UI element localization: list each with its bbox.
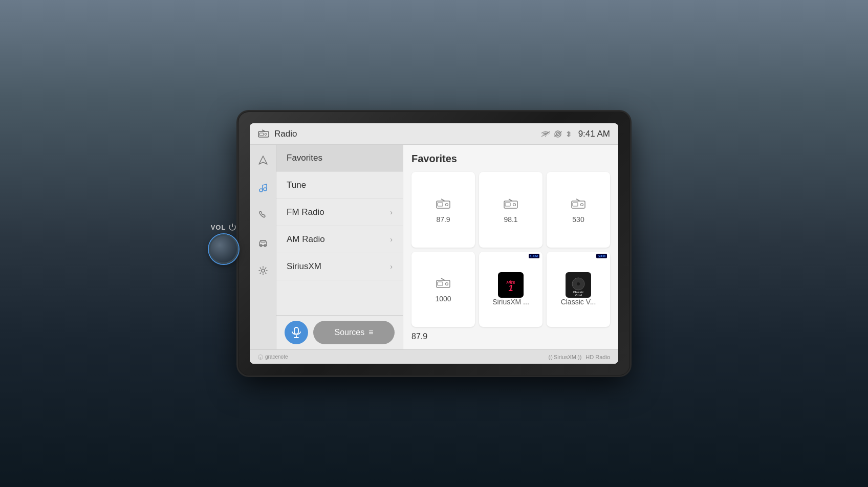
gracenote-icon: g (258, 355, 263, 360)
favorite-tile-530[interactable]: 530 (547, 172, 610, 248)
mic-button[interactable] (285, 321, 308, 344)
sidebar-item-phone[interactable] (254, 206, 272, 225)
svg-point-40 (577, 282, 580, 285)
svg-point-25 (513, 203, 516, 206)
classic-vinyl-logo: Classic Vinyl (566, 272, 591, 298)
menu-item-favorites[interactable]: Favorites (276, 145, 403, 172)
svg-rect-14 (261, 241, 265, 242)
bluetooth-icon (566, 130, 572, 138)
menu-item-fm-radio[interactable]: FM Radio › (276, 199, 403, 226)
antenna-icon (554, 130, 562, 138)
svg-point-2 (265, 133, 267, 135)
sidebar-item-car[interactable] (254, 234, 272, 252)
svg-point-10 (259, 189, 263, 192)
main-content: Favorites Tune FM Radio › AM Radio › (250, 145, 618, 349)
vol-power-row: VOL (211, 223, 237, 231)
menu-item-am-radio[interactable]: AM Radio › (276, 226, 403, 253)
svg-rect-32 (438, 282, 443, 285)
hd-radio-label: HD Radio (585, 354, 610, 360)
favorite-tile-siriusxm[interactable]: SXM Hits 1 SiriusXM ... (479, 252, 542, 327)
svg-text:g: g (260, 356, 262, 359)
menu-item-siriusxm[interactable]: SiriusXM › (276, 253, 403, 280)
tile-label-1000: 1000 (435, 295, 451, 303)
screen-bezel: Radio (240, 113, 628, 374)
header-right: 9:41 AM (541, 129, 610, 139)
tile-label-879: 87.9 (436, 215, 450, 224)
sidebar-item-navigation[interactable] (254, 151, 272, 169)
page-title: Radio (274, 129, 297, 139)
menu-item-tune[interactable]: Tune (276, 172, 403, 199)
svg-point-33 (446, 283, 448, 285)
classic-vinyl-badge-top: SXM (596, 254, 607, 258)
car-interior: Radio (0, 0, 868, 487)
svg-text:1: 1 (509, 284, 513, 293)
radio-header-icon (258, 128, 269, 140)
screen-footer: g gracenote ((·SiriusXM·)) HD Radio (250, 349, 618, 364)
siriusxm-chevron: › (390, 262, 393, 271)
header-bar: Radio (250, 123, 618, 145)
radio-tile-icon-2 (504, 196, 518, 212)
svg-marker-9 (259, 156, 267, 164)
tile-label-530: 530 (572, 215, 584, 224)
power-icon (228, 223, 236, 231)
header-left: Radio (258, 128, 297, 140)
footer-left: g gracenote (258, 354, 288, 360)
radio-tile-icon-4 (436, 275, 450, 292)
hits1-logo: Hits 1 (498, 272, 524, 298)
status-icons (541, 130, 572, 138)
left-menu-panel: Favorites Tune FM Radio › AM Radio › (276, 145, 403, 349)
vol-label: VOL (211, 224, 226, 231)
svg-rect-24 (505, 203, 510, 206)
svg-point-29 (581, 203, 583, 206)
favorite-tile-981[interactable]: 98.1 (479, 172, 542, 248)
favorite-tile-879[interactable]: 87.9 (411, 172, 475, 248)
svg-rect-16 (294, 327, 298, 334)
favorites-section-title: Favorites (411, 153, 610, 165)
radio-tile-icon-1 (436, 196, 450, 212)
fm-radio-chevron: › (390, 208, 393, 216)
now-playing: 87.9 (411, 332, 610, 341)
svg-rect-28 (573, 203, 578, 206)
svg-rect-1 (259, 133, 264, 136)
time-display: 9:41 AM (578, 129, 610, 139)
bottom-bar: Sources ≡ (276, 315, 403, 349)
sidebar-navigation (250, 145, 276, 349)
gracenote-label: gracenote (265, 354, 288, 360)
tile-label-981: 98.1 (504, 215, 517, 224)
footer-right: ((·SiriusXM·)) HD Radio (549, 354, 610, 360)
svg-point-15 (262, 269, 265, 272)
svg-point-11 (264, 188, 267, 191)
radio-tile-icon-3 (571, 196, 585, 212)
sources-label: Sources (334, 328, 364, 337)
svg-text:Vinyl: Vinyl (575, 294, 582, 296)
sources-button[interactable]: Sources ≡ (313, 321, 395, 344)
favorite-tile-classic-vinyl[interactable]: SXM Classic Vinyl Classic V.. (547, 252, 610, 327)
tile-label-siriusxm: SiriusXM ... (492, 298, 529, 306)
favorite-tile-1000[interactable]: 1000 (411, 252, 475, 327)
infotainment-screen: Radio (250, 123, 618, 364)
vol-knob-area: VOL (209, 223, 238, 264)
siriusxm-badge-top: SXM (529, 254, 539, 258)
svg-rect-20 (438, 203, 443, 206)
menu-list: Favorites Tune FM Radio › AM Radio › (276, 145, 403, 315)
right-content-panel: Favorites (403, 145, 618, 349)
wireless-icon (541, 130, 550, 138)
am-radio-chevron: › (390, 235, 393, 243)
svg-point-21 (446, 203, 448, 206)
siriusxm-footer-label: ((·SiriusXM·)) (549, 354, 582, 360)
sources-menu-icon: ≡ (368, 328, 373, 337)
sidebar-item-settings[interactable] (254, 261, 272, 280)
volume-knob[interactable] (209, 234, 238, 264)
sidebar-item-music[interactable] (254, 179, 272, 197)
favorites-grid: 87.9 9 (411, 172, 610, 327)
tile-label-classic-vinyl: Classic V... (561, 298, 596, 306)
